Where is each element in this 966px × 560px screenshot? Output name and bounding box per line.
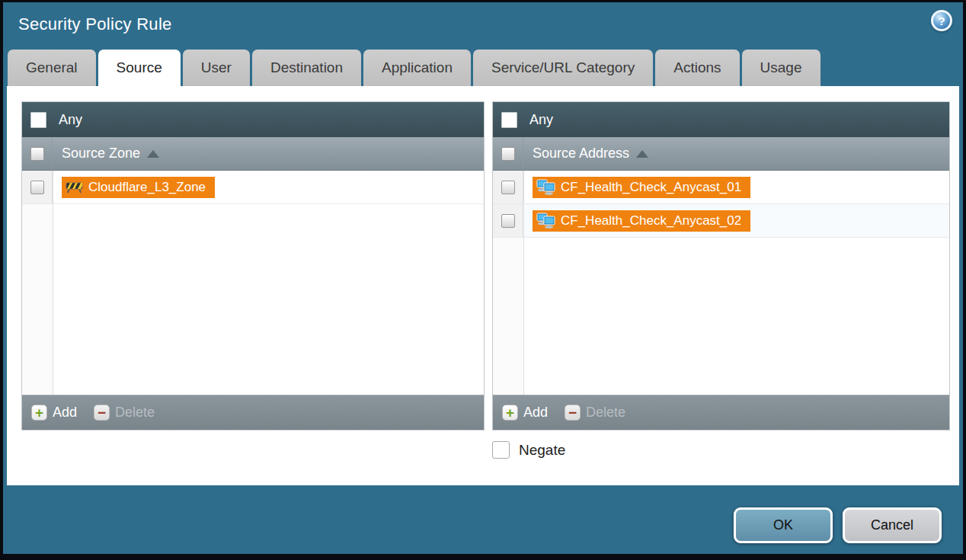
- table-row: CF_Health_Check_Anycast_01: [493, 171, 949, 204]
- zone-icon: [66, 181, 83, 194]
- tab-bar: GeneralSourceUserDestinationApplicationS…: [8, 50, 958, 86]
- dialog-content: Any Source Zone Cloudflare_L3_Zone + Ad: [7, 86, 959, 485]
- object-chip[interactable]: CF_Health_Check_Anycast_01: [533, 177, 750, 198]
- tab-service-url-category[interactable]: Service/URL Category: [473, 50, 653, 86]
- select-all-checkbox[interactable]: [30, 147, 44, 161]
- tab-actions[interactable]: Actions: [655, 50, 739, 86]
- dialog-footer: OK Cancel: [734, 507, 942, 543]
- negate-row: Negate: [492, 441, 565, 459]
- table-row: CF_Health_Check_Anycast_02: [493, 204, 949, 238]
- object-label: CF_Health_Check_Anycast_01: [561, 180, 741, 195]
- header-checkbox-cell: [22, 137, 53, 170]
- row-checkbox-cell: [22, 171, 53, 203]
- panel-footer: + Add − Delete: [493, 395, 949, 430]
- any-label: Any: [59, 112, 82, 128]
- object-chip[interactable]: CF_Health_Check_Anycast_02: [533, 210, 750, 232]
- panels-container: Any Source Zone Cloudflare_L3_Zone + Ad: [21, 101, 950, 430]
- column-header[interactable]: Source Zone: [22, 137, 484, 171]
- negate-checkbox[interactable]: [492, 441, 510, 459]
- negate-label: Negate: [519, 442, 565, 459]
- add-plus-icon: +: [502, 405, 518, 421]
- select-all-checkbox[interactable]: [501, 147, 515, 161]
- object-label: Cloudflare_L3_Zone: [88, 180, 206, 195]
- row-checkbox[interactable]: [501, 181, 515, 194]
- delete-button[interactable]: − Delete: [565, 405, 625, 421]
- rows: Cloudflare_L3_Zone: [22, 171, 484, 395]
- security-policy-rule-dialog: Security Policy Rule ? GeneralSourceUser…: [3, 2, 963, 554]
- row-checkbox-cell: [493, 171, 523, 203]
- table-row: Cloudflare_L3_Zone: [22, 171, 484, 204]
- header-checkbox-cell: [493, 137, 523, 170]
- dialog-title: Security Policy Rule: [18, 14, 172, 34]
- add-label: Add: [53, 405, 77, 421]
- help-icon[interactable]: ?: [931, 10, 952, 31]
- tab-application[interactable]: Application: [363, 50, 471, 86]
- delete-minus-icon: −: [94, 405, 110, 421]
- any-checkbox[interactable]: [30, 112, 46, 128]
- any-checkbox[interactable]: [501, 112, 517, 128]
- any-row: Any: [493, 102, 949, 137]
- delete-label: Delete: [586, 405, 625, 421]
- any-row: Any: [22, 102, 484, 137]
- dialog-titlebar: Security Policy Rule ?: [3, 2, 963, 50]
- source-address-panel: Any Source Address CF_Health_Check_Anyca…: [492, 101, 950, 430]
- add-button[interactable]: + Add: [31, 405, 77, 421]
- row-checkbox[interactable]: [30, 181, 44, 194]
- row-checkbox[interactable]: [501, 214, 515, 228]
- cancel-button[interactable]: Cancel: [843, 507, 942, 543]
- delete-button[interactable]: − Delete: [94, 405, 155, 421]
- add-label: Add: [523, 405, 548, 421]
- delete-minus-icon: −: [565, 405, 581, 421]
- tab-general[interactable]: General: [8, 50, 96, 86]
- column-header-label: Source Zone: [62, 146, 140, 162]
- row-checkbox-cell: [493, 204, 523, 237]
- panel-footer: + Add − Delete: [22, 395, 484, 430]
- object-label: CF_Health_Check_Anycast_02: [561, 213, 741, 229]
- tab-source[interactable]: Source: [98, 50, 181, 86]
- delete-label: Delete: [115, 405, 155, 421]
- tab-usage[interactable]: Usage: [742, 50, 820, 86]
- tab-user[interactable]: User: [183, 50, 250, 86]
- tab-destination[interactable]: Destination: [252, 50, 361, 86]
- add-button[interactable]: + Add: [502, 405, 548, 421]
- address-icon: [536, 179, 555, 195]
- screenshot-root: { "dialog": { "title": "Security Policy …: [0, 0, 966, 560]
- object-chip[interactable]: Cloudflare_L3_Zone: [62, 177, 215, 198]
- sort-asc-icon: [147, 150, 159, 158]
- source-zone-panel: Any Source Zone Cloudflare_L3_Zone + Ad: [21, 101, 485, 430]
- address-icon: [536, 213, 555, 229]
- add-plus-icon: +: [31, 405, 47, 421]
- rows: CF_Health_Check_Anycast_01CF_Health_Chec…: [493, 171, 949, 395]
- ok-button[interactable]: OK: [734, 507, 833, 543]
- column-header-label: Source Address: [533, 146, 629, 162]
- any-label: Any: [529, 112, 553, 128]
- column-header[interactable]: Source Address: [493, 137, 949, 171]
- sort-asc-icon: [636, 150, 648, 158]
